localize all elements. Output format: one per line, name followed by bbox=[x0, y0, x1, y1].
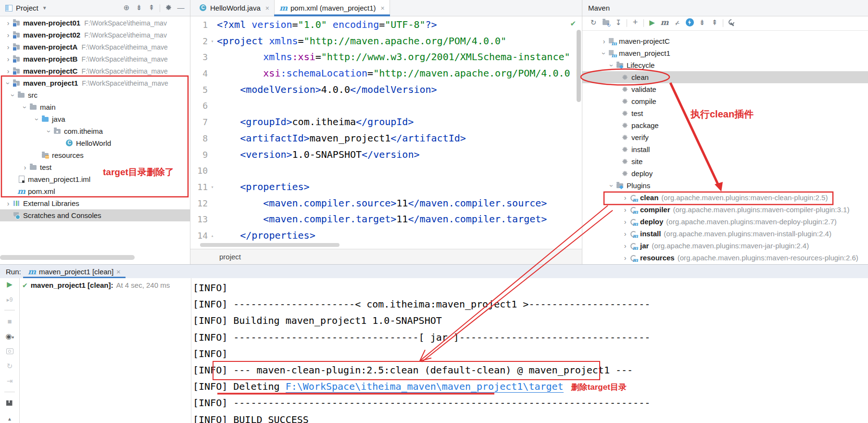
fold-marker-icon[interactable]: ▴ bbox=[208, 228, 217, 243]
chevron-down-icon[interactable]: › bbox=[600, 49, 608, 58]
hide-panel-icon[interactable]: — bbox=[177, 3, 185, 12]
rerun-failed-icon[interactable]: ▸9 bbox=[6, 295, 14, 303]
maven-m-icon[interactable]: m bbox=[661, 18, 669, 26]
target-path-link[interactable]: F:\WorkSpace\itheima_maven\maven_project… bbox=[286, 381, 564, 393]
sidebar-item-maven-project01[interactable]: ›maven-project01F:\WorkSpace\itheima_mav bbox=[0, 17, 190, 29]
sidebar-item-resources[interactable]: resources bbox=[0, 149, 190, 161]
maven-item-validate[interactable]: validate bbox=[582, 83, 868, 95]
collapse-all-icon[interactable]: ⇞ bbox=[148, 3, 156, 12]
sidebar-item-java[interactable]: ›java bbox=[0, 113, 190, 125]
maven-item-deploy[interactable]: ›mdeploy(org.apache.maven.plugins:maven-… bbox=[582, 216, 868, 228]
annotation-run-clean-plugin: 执行clean插件 bbox=[691, 108, 754, 121]
chevron-right-icon[interactable]: › bbox=[4, 67, 13, 76]
fold-marker-icon[interactable]: ▾ bbox=[208, 33, 217, 50]
maven-item-jar[interactable]: ›mjar(org.apache.maven.plugins:maven-jar… bbox=[582, 240, 868, 252]
chevron-right-icon[interactable]: › bbox=[621, 242, 629, 250]
chevron-down-icon[interactable]: › bbox=[607, 181, 616, 190]
chevron-right-icon[interactable]: › bbox=[4, 19, 13, 27]
maven-item-package[interactable]: package bbox=[582, 119, 868, 131]
maven-item-verify[interactable]: verify bbox=[582, 131, 868, 143]
project-panel-title[interactable]: Project bbox=[16, 4, 38, 12]
offline-lightning-icon[interactable] bbox=[686, 18, 694, 26]
maven-item-clean[interactable]: clean bbox=[582, 71, 868, 83]
editor-vscrollbar[interactable] bbox=[577, 30, 581, 102]
sidebar-item-maven-project1[interactable]: ›maven_project1F:\WorkSpace\itheima_mave bbox=[0, 77, 190, 89]
maven-item-deploy[interactable]: deploy bbox=[582, 167, 868, 179]
chevron-down-icon[interactable]: › bbox=[21, 103, 29, 112]
chevron-down-icon[interactable]: › bbox=[33, 115, 41, 124]
maven-item-compiler[interactable]: ›mcompiler(org.apache.maven.plugins:mave… bbox=[582, 204, 868, 216]
skip-tests-icon[interactable]: -∕∕- bbox=[673, 18, 681, 26]
maven-item-compile[interactable]: compile bbox=[582, 95, 868, 107]
locate-icon[interactable]: ⊕ bbox=[123, 3, 131, 12]
chevron-down-icon[interactable]: › bbox=[45, 127, 53, 136]
fold-marker-icon[interactable]: ▾ bbox=[208, 179, 217, 195]
show-passed-icon[interactable]: ◉▾ bbox=[6, 332, 14, 340]
scroll-up-icon[interactable]: ▲ bbox=[6, 414, 14, 422]
sidebar-item-main[interactable]: ›main bbox=[0, 101, 190, 113]
sidebar-item-external-libraries[interactable]: ›External Libraries bbox=[0, 197, 190, 209]
chevron-down-icon[interactable]: › bbox=[9, 91, 17, 100]
sidebar-item-com-itheima[interactable]: ›com.itheima bbox=[0, 125, 190, 137]
maven-item-resources[interactable]: ›mresources(org.apache.maven.plugins:mav… bbox=[582, 252, 868, 264]
maven-item-install[interactable]: install bbox=[582, 143, 868, 155]
sidebar-item-helloworld[interactable]: CHelloWorld bbox=[0, 137, 190, 149]
chevron-right-icon[interactable]: › bbox=[621, 254, 629, 262]
chevron-right-icon[interactable]: › bbox=[621, 205, 629, 214]
chevron-right-icon[interactable]: › bbox=[21, 163, 29, 172]
sidebar-item-maven-projectc[interactable]: ›maven-projectCF:\WorkSpace\itheima_mave bbox=[0, 65, 190, 77]
sidebar-item-maven-projecta[interactable]: ›maven-projectAF:\WorkSpace\itheima_mave bbox=[0, 41, 190, 53]
chevron-right-icon[interactable]: › bbox=[621, 230, 629, 238]
expand-all-icon[interactable]: ⇟ bbox=[135, 3, 143, 12]
layout-icon[interactable] bbox=[6, 399, 14, 407]
screenshot-icon[interactable] bbox=[6, 347, 14, 355]
refresh-icon[interactable]: ↻ bbox=[590, 18, 598, 26]
sync-folder-icon[interactable]: ↻ bbox=[602, 18, 610, 26]
stop-icon[interactable]: ■ bbox=[6, 317, 14, 325]
chevron-right-icon[interactable]: › bbox=[4, 31, 13, 39]
maven-item-maven-project1[interactable]: ›mmaven_project1 bbox=[582, 47, 868, 59]
run-icon[interactable]: ▶ bbox=[648, 18, 656, 26]
chevron-down-icon[interactable]: › bbox=[4, 79, 13, 88]
maven-item-lifecycle[interactable]: ›Lifecycle bbox=[582, 59, 868, 71]
sidebar-item-maven-project02[interactable]: ›maven-project02F:\WorkSpace\itheima_mav bbox=[0, 29, 190, 41]
settings-wrench-icon[interactable] bbox=[728, 18, 736, 26]
import-tests-icon[interactable]: ⇥ bbox=[6, 377, 14, 385]
chevron-right-icon[interactable]: › bbox=[4, 55, 13, 64]
close-icon[interactable]: × bbox=[265, 4, 269, 12]
sidebar-item-scratches-and-consoles[interactable]: Scratches and Consoles bbox=[0, 209, 190, 221]
rerun-auto-icon[interactable]: ↻ bbox=[6, 362, 14, 370]
breadcrumb[interactable]: project bbox=[190, 249, 582, 264]
maven-item-clean[interactable]: ›mclean(org.apache.maven.plugins:maven-c… bbox=[582, 192, 868, 204]
chevron-down-icon[interactable]: › bbox=[607, 61, 616, 70]
project-tree-hscrollbar[interactable] bbox=[0, 255, 135, 260]
settings-gear-icon[interactable] bbox=[164, 3, 173, 12]
tab-helloworld.java[interactable]: CHelloWorld.java× bbox=[194, 0, 274, 16]
maven-item-maven-projectc[interactable]: ›mmaven-projectC bbox=[582, 35, 868, 47]
chevron-right-icon[interactable]: › bbox=[4, 199, 13, 208]
chevron-right-icon[interactable]: › bbox=[621, 193, 629, 202]
sidebar-item-pom-xml[interactable]: mpom.xml bbox=[0, 185, 190, 197]
chevron-right-icon[interactable]: › bbox=[621, 218, 629, 226]
maven-item-plugins[interactable]: ›Plugins bbox=[582, 179, 868, 192]
maven-item-site[interactable]: site bbox=[582, 155, 868, 167]
chevron-right-icon[interactable]: › bbox=[600, 37, 608, 46]
close-icon[interactable]: × bbox=[381, 4, 385, 12]
rerun-icon[interactable]: ▶ bbox=[6, 280, 14, 288]
expand-all-icon[interactable]: ⇟ bbox=[698, 18, 706, 26]
sidebar-item-maven-projectb[interactable]: ›maven-projectBF:\WorkSpace\itheima_mave bbox=[0, 53, 190, 65]
tab-pom.xml[interactable]: mpom.xml (maven_project1)× bbox=[274, 0, 390, 16]
console-output[interactable]: [INFO] [INFO] ---------------------< com… bbox=[193, 280, 868, 423]
maven-item-install[interactable]: ›minstall(org.apache.maven.plugins:maven… bbox=[582, 228, 868, 240]
add-icon[interactable]: + bbox=[631, 18, 640, 26]
close-icon[interactable]: × bbox=[116, 268, 121, 276]
console-line: [INFO] Building maven_project1 1.0-SNAPS… bbox=[193, 312, 868, 329]
chevron-right-icon[interactable]: › bbox=[4, 43, 13, 51]
sidebar-item-src[interactable]: ›src bbox=[0, 89, 190, 101]
download-sources-icon[interactable]: ↧ bbox=[615, 18, 623, 26]
editor-hscrollbar[interactable] bbox=[200, 243, 340, 247]
collapse-all-icon[interactable]: ⇞ bbox=[711, 18, 719, 26]
editor-code[interactable]: 1<?xml version="1.0" encoding="UTF-8"?>2… bbox=[190, 17, 582, 243]
run-status-row[interactable]: ✔ maven_project1 [clean]: At 4 sec, 240 … bbox=[22, 281, 170, 289]
run-tab[interactable]: m maven_project1 [clean] × bbox=[23, 265, 126, 279]
